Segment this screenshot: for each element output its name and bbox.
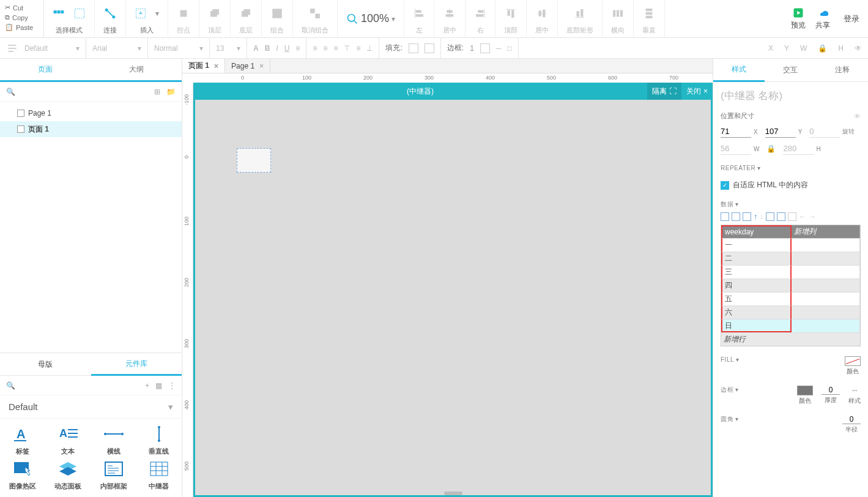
font-dropdown[interactable]: Arial▾ [92,44,141,53]
border-style-icon[interactable]: ─ [496,44,502,53]
repeater-widget[interactable] [237,148,271,173]
tool-icon[interactable] [777,212,785,221]
fill-color-swatch[interactable] [845,356,861,366]
lib-search-icon[interactable]: 🔍 [6,381,15,390]
lock-icon[interactable]: 🔒 [766,144,776,153]
lib-grid-icon[interactable]: ▦ [155,381,162,390]
outline-tab[interactable]: 大纲 [91,59,182,82]
arrow-up-icon[interactable]: ↑ [754,212,757,221]
x-input[interactable] [721,125,751,138]
tool-icon[interactable] [732,212,740,221]
border-thickness-input[interactable] [822,386,840,395]
border-side-icon[interactable]: □ [507,44,511,53]
visibility-icon[interactable]: 👁 [854,113,861,120]
arrow-right-icon[interactable]: → [809,212,816,221]
widget-repeater[interactable]: 中继器 [136,460,182,491]
visibility-icon[interactable]: 👁 [855,44,862,53]
weight-dropdown[interactable]: Normal▾ [154,44,203,53]
underline-icon[interactable]: U [284,44,290,53]
lib-more-icon[interactable]: ⋮ [168,381,176,390]
valign-b-icon[interactable]: ⊥ [366,44,373,53]
library-tab[interactable]: 元件库 [91,353,182,376]
size-dropdown[interactable]: 13▾ [216,44,240,53]
lock-icon[interactable]: 🔒 [818,44,827,53]
paste-button[interactable]: 📋Paste [5,23,39,32]
lib-search-input[interactable] [21,381,139,390]
select-mode-icon[interactable] [53,7,65,20]
masters-tab[interactable]: 母版 [0,353,91,375]
widget-text[interactable]: A文本 [45,425,91,456]
search-icon[interactable]: 🔍 [6,88,15,96]
align-center-v-icon [536,7,548,20]
isolate-button[interactable]: 隔离⛶ [647,83,681,100]
lib-add-icon[interactable]: + [145,381,149,390]
svg-rect-30 [617,10,618,17]
valign-m-icon[interactable]: ≡ [356,44,360,53]
h-input[interactable] [783,143,814,155]
notes-tab[interactable]: 注释 [817,59,868,81]
corner-radius-input[interactable] [842,415,861,424]
connect-icon[interactable] [104,7,116,20]
close-icon[interactable]: × [214,62,218,70]
bullet-icon[interactable]: ≡ [295,44,300,53]
svg-text:A: A [59,427,67,439]
page-item[interactable]: Page 1 [0,105,182,121]
align-l-icon[interactable]: ≡ [313,44,317,53]
tool-icon[interactable] [766,212,774,221]
tool-icon[interactable] [788,212,796,221]
canvas[interactable]: (中继器) 隔离⛶ 关闭× [193,84,713,497]
data-table[interactable]: weekday新增列 一 二 三 四 五 六 日 新增行 [721,225,861,346]
style-icon[interactable] [6,42,18,54]
bold-icon[interactable]: B [265,44,270,53]
align-c-icon[interactable]: ≡ [323,44,327,53]
canvas-tab[interactable]: Page 1× [225,59,270,73]
style-tab[interactable]: 样式 [713,59,765,82]
border-width[interactable]: 1 [470,44,474,53]
preview-button[interactable]: 预览 [787,7,809,31]
y-input[interactable] [765,125,796,138]
widget-iframe[interactable]: 内部框架 [91,460,136,491]
select-contain-icon[interactable] [73,7,86,20]
resize-handle[interactable] [444,491,462,495]
widget-vline[interactable]: 垂直线 [136,425,182,456]
zoom-icon[interactable] [346,13,358,25]
cut-button[interactable]: ✂Cut [5,3,39,12]
add-page-icon[interactable]: ⊞ [154,88,160,96]
pages-tab[interactable]: 页面 [0,59,91,82]
anchor-group: 控点 [168,0,199,37]
zoom-value[interactable]: 100% [361,12,389,25]
border-color-swatch[interactable] [797,386,813,395]
insert-icon[interactable]: + [135,7,147,20]
border-style-icon[interactable]: ┄ [852,386,857,395]
interaction-tab[interactable]: 交互 [765,59,816,81]
page-search-input[interactable] [21,87,148,96]
style-dropdown[interactable]: Default▾ [24,44,80,53]
italic-icon[interactable]: I [276,44,278,53]
widget-hotspot[interactable]: 图像热区 [0,460,45,491]
tool-icon[interactable] [743,212,751,221]
fill-swatch[interactable] [409,43,418,53]
tool-icon[interactable] [721,212,729,221]
adapt-checkbox[interactable]: ✓ [721,181,729,190]
close-canvas-button[interactable]: 关闭× [681,83,713,100]
canvas-tab[interactable]: 页面 1× [182,59,225,73]
border-swatch[interactable] [480,43,490,53]
w-input[interactable] [721,143,751,155]
text-color-icon[interactable]: A [253,44,259,53]
folder-icon[interactable]: 📁 [166,88,176,96]
valign-t-icon[interactable]: ⊤ [344,44,350,53]
widget-dynpanel[interactable]: 动态面板 [45,460,91,491]
close-icon[interactable]: × [259,62,264,70]
share-button[interactable]: 共享 [812,7,834,31]
arrow-left-icon[interactable]: ← [799,212,806,221]
copy-button[interactable]: ⧉Copy [5,13,39,22]
login-button[interactable]: 登录 [844,13,859,24]
fill-swatch2[interactable] [425,43,434,53]
align-r-icon[interactable]: ≡ [333,44,338,53]
arrow-down-icon[interactable]: ↓ [760,212,763,221]
rot-input[interactable] [809,125,840,138]
widget-name-input[interactable]: (中继器 名称) [721,87,861,104]
widget-label[interactable]: A标签 [0,425,45,456]
widget-hline[interactable]: 横线 [91,425,136,456]
page-item[interactable]: 页面 1 [0,121,182,137]
